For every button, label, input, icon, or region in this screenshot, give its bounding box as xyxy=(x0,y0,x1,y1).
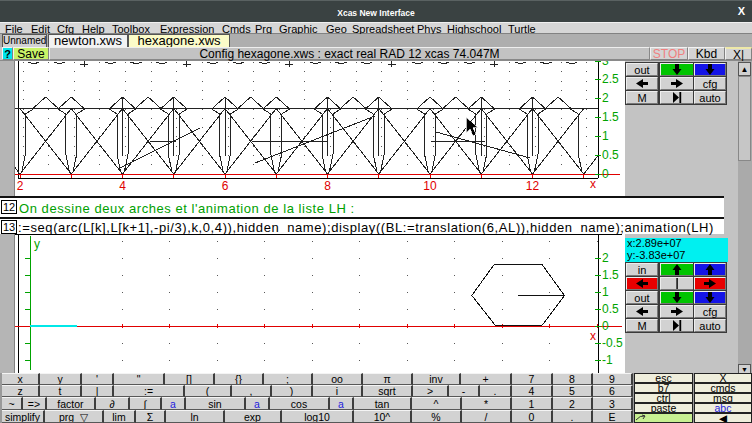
svg-text:2: 2 xyxy=(602,91,609,105)
svg-text:0.5: 0.5 xyxy=(602,148,619,162)
svg-text:2: 2 xyxy=(602,251,609,265)
svg-text:x: x xyxy=(590,177,596,191)
svg-text:10: 10 xyxy=(423,179,437,193)
svg-text:1: 1 xyxy=(602,285,609,299)
svg-text:0: 0 xyxy=(602,167,609,181)
svg-text:12: 12 xyxy=(526,179,540,193)
svg-text:1.5: 1.5 xyxy=(602,110,619,124)
svg-text:x: x xyxy=(590,329,596,343)
svg-text:4: 4 xyxy=(119,179,126,193)
svg-text:-1: -1 xyxy=(602,353,613,367)
svg-text:-0.5: -0.5 xyxy=(602,336,623,350)
svg-text:0.5: 0.5 xyxy=(602,302,619,316)
svg-text:y: y xyxy=(34,237,40,251)
svg-text:2.5: 2.5 xyxy=(602,72,619,86)
svg-text:3: 3 xyxy=(602,61,609,68)
svg-text:8: 8 xyxy=(324,179,331,193)
svg-text:2: 2 xyxy=(17,179,24,193)
svg-text:6: 6 xyxy=(222,179,229,193)
svg-text:1.5: 1.5 xyxy=(602,268,619,282)
svg-text:1: 1 xyxy=(602,129,609,143)
svg-text:0: 0 xyxy=(602,319,609,333)
